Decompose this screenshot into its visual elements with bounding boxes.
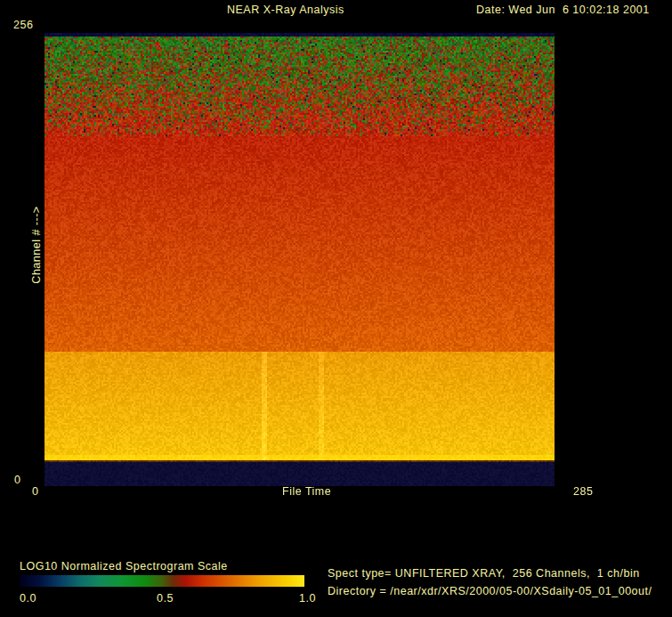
x-axis-label: File Time <box>282 485 331 498</box>
colorbar-gradient <box>20 575 304 587</box>
directory-info: Directory = /near/xdr/XRS/2000/05-00/XSd… <box>328 585 652 597</box>
colorbar-tick-max: 1.0 <box>299 592 316 605</box>
y-axis-label: Channel # ---> <box>30 156 43 334</box>
spectrogram-canvas <box>45 33 555 486</box>
spect-type-info: Spect type= UNFILTERED XRAY, 256 Channel… <box>328 567 640 580</box>
page-title: NEAR X-Ray Analysis <box>227 4 344 16</box>
x-axis-min-tick: 0 <box>32 485 38 498</box>
date-stamp: Date: Wed Jun 6 10:02:18 2001 <box>476 4 650 16</box>
x-axis-max-tick: 285 <box>573 485 593 498</box>
colorbar-tick-min: 0.0 <box>20 592 36 605</box>
near-xray-analysis-window: NEAR X-Ray Analysis Date: Wed Jun 6 10:0… <box>0 0 672 617</box>
y-axis-max-tick: 256 <box>13 19 33 31</box>
colorbar-tick-mid: 0.5 <box>157 592 174 605</box>
y-axis-min-tick: 0 <box>14 474 20 486</box>
colorbar-title: LOG10 Normalized Spectrogram Scale <box>20 560 228 572</box>
